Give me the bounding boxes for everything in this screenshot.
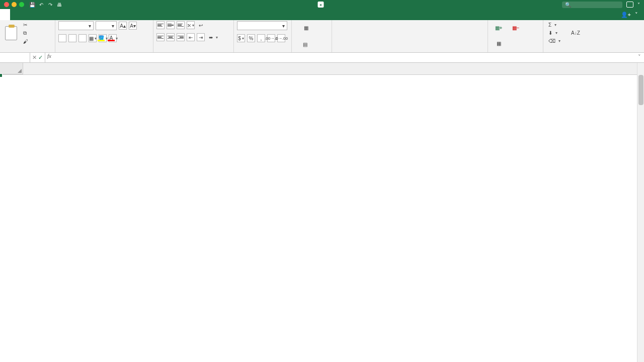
search-sheet-input[interactable] bbox=[573, 2, 618, 8]
share-button[interactable]: 👤+ ˅ bbox=[621, 9, 644, 20]
font-size-dropdown[interactable]: ▾ bbox=[96, 21, 117, 30]
scrollbar-thumb[interactable] bbox=[638, 75, 643, 105]
tab-page-layout[interactable] bbox=[20, 9, 30, 20]
tab-data[interactable] bbox=[40, 9, 50, 20]
cut-button[interactable]: ✂ bbox=[21, 21, 31, 29]
save-icon[interactable]: 💾 bbox=[29, 2, 35, 8]
maximize-window-button[interactable] bbox=[19, 2, 24, 7]
undo-icon[interactable]: ↶ bbox=[38, 2, 44, 8]
select-all-corner[interactable] bbox=[0, 63, 23, 74]
tab-home[interactable] bbox=[0, 9, 10, 20]
format-as-table-button[interactable]: ▤ bbox=[295, 38, 315, 51]
formula-bar: ✕ ✓ fx ˅ bbox=[0, 53, 644, 63]
name-box[interactable] bbox=[0, 53, 30, 62]
formula-bar-expand-icon[interactable]: ˅ bbox=[635, 53, 644, 62]
number-format-dropdown[interactable]: ▾ bbox=[237, 21, 287, 30]
decrease-decimal-button[interactable]: .0→.00 bbox=[277, 34, 285, 42]
ribbon-group-cells: ▦+ ▦− ▦ bbox=[488, 20, 543, 52]
decrease-font-button[interactable]: A▾ bbox=[129, 22, 137, 30]
ribbon-group-clipboard: ✂ ⧉ 🖌 bbox=[0, 20, 55, 52]
quick-access-toolbar: 💾 ↶ ↷ 🖶 bbox=[29, 2, 62, 8]
merge-icon: ⬌ bbox=[209, 35, 213, 40]
cancel-formula-icon[interactable]: ✕ bbox=[32, 54, 37, 61]
italic-button[interactable] bbox=[68, 34, 76, 42]
increase-decimal-button[interactable]: .00→.0 bbox=[267, 34, 275, 42]
underline-button[interactable] bbox=[78, 34, 87, 42]
decrease-indent-button[interactable]: ⇤ bbox=[187, 33, 195, 41]
sort-filter-icon: A↓Z bbox=[570, 27, 581, 38]
ribbon-group-cell-styles bbox=[332, 20, 488, 52]
format-painter-button[interactable]: 🖌 bbox=[21, 38, 31, 45]
conditional-formatting-icon: ▦ bbox=[300, 22, 311, 33]
search-icon: 🔍 bbox=[565, 2, 571, 8]
ribbon-group-font: ▾ ▾ A▴ A▾ ▦ 🪣 A bbox=[55, 20, 153, 52]
percent-button[interactable]: % bbox=[247, 34, 255, 42]
paste-icon bbox=[5, 26, 17, 40]
align-bottom-button[interactable] bbox=[177, 21, 185, 29]
currency-button[interactable]: $ bbox=[237, 34, 245, 42]
vertical-scrollbar[interactable] bbox=[637, 63, 644, 362]
search-sheet-box[interactable]: 🔍 bbox=[562, 2, 622, 8]
table-icon: ▤ bbox=[299, 39, 310, 50]
minimize-window-button[interactable] bbox=[12, 2, 17, 7]
ribbon-group-editing: Σ ⬇ ⌫ A↓Z bbox=[543, 20, 644, 52]
fill-color-button[interactable]: 🪣 bbox=[99, 34, 107, 42]
ribbon-group-number: ▾ $ % , .00→.0 .0→.00 bbox=[234, 20, 292, 52]
ribbon-group-alignment: ⤪ ↩ ⇤ ⇥ ⬌ bbox=[153, 20, 234, 52]
formula-input[interactable] bbox=[53, 53, 635, 62]
orientation-button[interactable]: ⤪ bbox=[187, 21, 195, 29]
wrap-text-button[interactable]: ↩ bbox=[197, 22, 206, 29]
window-title: x bbox=[318, 2, 327, 8]
font-color-button[interactable]: A bbox=[109, 34, 117, 42]
delete-icon: ▦− bbox=[510, 22, 521, 33]
fx-icon[interactable]: fx bbox=[45, 53, 53, 62]
align-left-button[interactable] bbox=[156, 33, 165, 41]
tab-view[interactable] bbox=[60, 9, 70, 20]
merge-center-button[interactable]: ⬌ bbox=[207, 34, 220, 41]
copy-icon: ⧉ bbox=[23, 30, 27, 36]
tab-formulas[interactable] bbox=[30, 9, 40, 20]
delete-cells-button[interactable]: ▦− bbox=[508, 21, 523, 35]
paste-button[interactable] bbox=[3, 25, 19, 42]
sort-filter-button[interactable]: A↓Z bbox=[566, 26, 586, 40]
align-center-button[interactable] bbox=[167, 33, 175, 41]
caret-down-icon[interactable]: ˅ bbox=[637, 2, 640, 8]
conditional-formatting-button[interactable]: ▦ bbox=[295, 21, 317, 35]
ribbon-tabs: 👤+ ˅ bbox=[0, 9, 644, 20]
brush-icon: 🖌 bbox=[23, 39, 28, 44]
increase-indent-button[interactable]: ⇥ bbox=[197, 33, 205, 41]
insert-icon: ▦+ bbox=[493, 22, 504, 33]
insert-cells-button[interactable]: ▦+ bbox=[491, 21, 506, 35]
border-button[interactable]: ▦ bbox=[89, 34, 97, 42]
tab-review[interactable] bbox=[50, 9, 60, 20]
wrap-icon: ↩ bbox=[199, 23, 203, 28]
format-cells-button[interactable]: ▦ bbox=[491, 37, 506, 50]
bold-button[interactable] bbox=[58, 34, 66, 42]
comma-button[interactable]: , bbox=[257, 34, 265, 42]
sigma-icon: Σ bbox=[548, 22, 551, 28]
align-right-button[interactable] bbox=[177, 33, 185, 41]
align-top-button[interactable] bbox=[156, 21, 165, 29]
copy-button[interactable]: ⧉ bbox=[21, 29, 31, 37]
window-controls bbox=[0, 2, 24, 7]
redo-icon[interactable]: ↷ bbox=[47, 2, 53, 8]
fill-button[interactable]: ⬇ bbox=[546, 29, 562, 37]
ribbon-group-styles-tools: ▦ ▤ bbox=[292, 20, 332, 52]
spreadsheet-grid[interactable] bbox=[0, 63, 644, 362]
font-name-dropdown[interactable]: ▾ bbox=[58, 21, 94, 30]
print-icon[interactable]: 🖶 bbox=[56, 2, 62, 8]
enter-formula-icon[interactable]: ✓ bbox=[38, 54, 43, 61]
share-icon: 👤+ bbox=[621, 12, 631, 18]
fill-icon: ⬇ bbox=[548, 30, 552, 36]
autosum-button[interactable]: Σ bbox=[546, 21, 562, 29]
chevron-down-icon: ˅ bbox=[635, 12, 638, 18]
align-middle-button[interactable] bbox=[167, 21, 175, 29]
clear-button[interactable]: ⌫ bbox=[546, 37, 562, 45]
increase-font-button[interactable]: A▴ bbox=[119, 22, 127, 30]
ribbon: ✂ ⧉ 🖌 ▾ ▾ A▴ A▾ ▦ 🪣 A ⤪ ↩ bbox=[0, 20, 644, 53]
titlebar: 💾 ↶ ↷ 🖶 x 🔍 ˅ bbox=[0, 0, 644, 9]
close-window-button[interactable] bbox=[4, 2, 9, 7]
tab-insert[interactable] bbox=[10, 9, 20, 20]
comments-icon[interactable] bbox=[626, 2, 633, 8]
format-icon: ▦ bbox=[493, 38, 504, 49]
